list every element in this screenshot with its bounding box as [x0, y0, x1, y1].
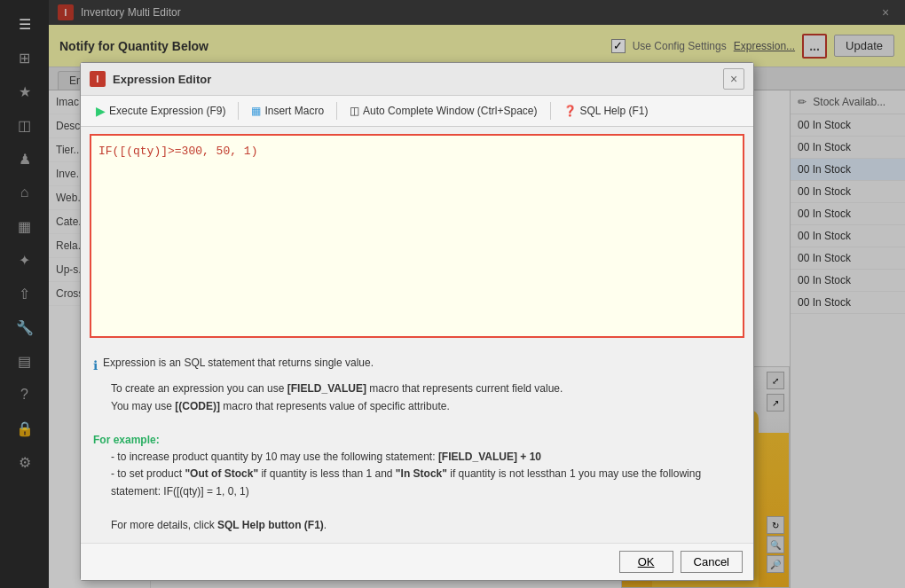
help-example-2: - to set product "Out of Stock" if quant… [93, 466, 741, 482]
dialog-app-icon: I [90, 71, 106, 87]
help-more-text1: For more details, click [111, 519, 217, 531]
execute-icon: ▶ [96, 104, 106, 118]
dialog-footer: OK Cancel [81, 543, 753, 580]
execute-expression-button[interactable]: ▶ Execute Expression (F9) [90, 101, 232, 121]
help-example-2b: statement: IF([(qty)] = 1, 0, 1) [93, 483, 741, 500]
help-main-text: Expression is an SQL statement that retu… [103, 357, 374, 369]
help-ex1-text: - to increase product quantity by 10 may… [111, 451, 438, 463]
help-ex2-text1: - to set product [111, 467, 185, 480]
help-example-label: For example: [93, 434, 160, 446]
dialog-toolbar: ▶ Execute Expression (F9) ▦ Insert Macro… [81, 96, 753, 127]
toolbar-separator-1 [238, 102, 239, 120]
sql-help-label: SQL Help (F1) [580, 105, 649, 117]
sql-help-icon: ❓ [563, 105, 577, 117]
toolbar-separator-2 [336, 102, 337, 120]
execute-label: Execute Expression (F9) [109, 105, 225, 117]
help-ex2-in: "In Stock" [396, 467, 447, 480]
help-more-sql: SQL Help button (F1) [217, 519, 324, 531]
app-background: ☰ ⊞ ★ ◫ ♟ ⌂ ▦ ✦ ⇧ 🔧 ▤ ? 🔒 ⚙ I Inventory … [0, 0, 905, 588]
cancel-button[interactable]: Cancel [681, 551, 743, 573]
help-field-value: [FIELD_VALUE] [287, 382, 366, 395]
help-area: ℹ Expression is an SQL statement that re… [81, 348, 753, 543]
expression-input[interactable] [90, 134, 744, 338]
help-more: For more details, click SQL Help button … [93, 517, 741, 534]
autocomplete-icon: ◫ [350, 105, 359, 117]
help-code-macro: [(CODE)] [175, 400, 220, 412]
help-ex2-mid: if quantity is less than 1 and [258, 467, 396, 480]
help-example-title: For example: [93, 432, 741, 449]
help-line1-rest: macro that represents current field valu… [366, 382, 563, 395]
insert-macro-button[interactable]: ▦ Insert Macro [245, 102, 330, 120]
autocomplete-label: Auto Complete Window (Ctrl+Space) [363, 105, 537, 117]
sql-help-button[interactable]: ❓ SQL Help (F1) [557, 102, 655, 120]
toolbar-separator-3 [550, 102, 551, 120]
expression-area [90, 134, 744, 341]
info-icon: ℹ [93, 356, 98, 375]
autocomplete-button[interactable]: ◫ Auto Complete Window (Ctrl+Space) [343, 102, 543, 120]
help-line2b: macro that represents value of specific … [220, 400, 450, 412]
dialog-title: Expression Editor [113, 73, 723, 86]
dialog-title-bar: I Expression Editor × [81, 63, 753, 96]
help-ex1-code: [FIELD_VALUE] + 10 [438, 451, 541, 463]
help-indent-2: You may use [(CODE)] macro that represen… [93, 398, 741, 415]
macro-icon: ▦ [251, 105, 261, 117]
dialog-close-button[interactable]: × [723, 68, 744, 90]
help-ex2-out: "Out of Stock" [185, 467, 258, 480]
help-line2a: You may use [111, 400, 175, 412]
ok-button[interactable]: OK [619, 551, 673, 573]
help-ex2-stmt: statement: IF([(qty)] = 1, 0, 1) [111, 485, 249, 498]
help-ex2-end: if quantity is not lessthan 1 you may us… [447, 467, 701, 480]
help-indent-1: To create an expression you can use [FIE… [93, 380, 741, 397]
help-line1: To create an expression you can use [111, 382, 287, 395]
macro-label: Insert Macro [264, 105, 324, 117]
help-example-1: - to increase product quantity by 10 may… [93, 449, 741, 466]
help-more-period: . [324, 519, 327, 531]
expression-editor-dialog: I Expression Editor × ▶ Execute Expressi… [80, 62, 754, 581]
